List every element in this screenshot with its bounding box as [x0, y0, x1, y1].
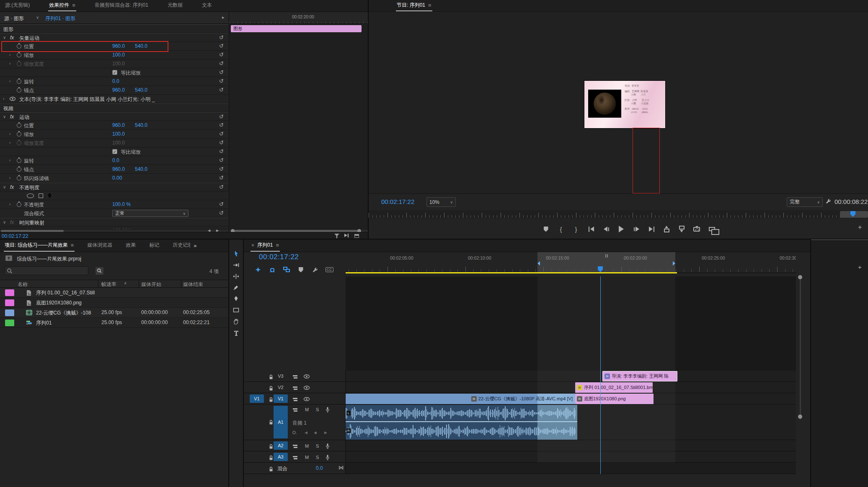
search-input[interactable] — [5, 266, 88, 275]
next-keyframe-icon[interactable]: ▶ — [324, 430, 327, 435]
expand-icon[interactable]: › — [9, 52, 10, 57]
filter-properties-icon[interactable] — [334, 234, 339, 238]
tab-overflow-icon[interactable]: » — [194, 242, 196, 249]
layer-visibility-eye-icon[interactable] — [9, 96, 16, 101]
track-lane-V2[interactable] — [346, 382, 796, 393]
add-marker-button[interactable] — [538, 223, 553, 235]
stopwatch-icon[interactable] — [17, 88, 21, 93]
reset-parameter-icon[interactable]: ↺ — [219, 113, 224, 120]
param-value-x[interactable]: 960.0 — [112, 166, 125, 172]
pen-tool[interactable] — [229, 293, 243, 304]
param-value-x[interactable]: 960.0 — [112, 43, 125, 49]
add-track-plus-icon[interactable]: + — [858, 263, 862, 271]
effect-name[interactable]: 运动 — [19, 114, 29, 121]
rectangle-tool[interactable] — [229, 304, 243, 316]
stopwatch-icon[interactable] — [17, 176, 21, 180]
panel-menu-icon[interactable]: ≡ — [428, 2, 431, 8]
sync-lock-icon[interactable] — [292, 386, 298, 391]
lift-button[interactable] — [659, 223, 674, 235]
collapse-icon[interactable]: ∨ — [3, 185, 6, 189]
uniform-scale-checkbox[interactable]: ✓ — [112, 70, 117, 75]
playhead-line[interactable] — [600, 276, 601, 474]
solo-button[interactable]: S — [316, 443, 319, 448]
sync-lock-icon[interactable] — [292, 407, 298, 412]
timeline-settings-icon[interactable] — [311, 265, 319, 274]
track-lane-V3[interactable] — [346, 371, 796, 382]
reset-parameter-icon[interactable]: ↺ — [219, 139, 224, 146]
column-header-1[interactable]: 帧速率 — [101, 281, 116, 288]
mute-button[interactable]: M — [305, 443, 309, 448]
stopwatch-icon[interactable] — [17, 62, 21, 66]
solo-button[interactable]: S — [316, 455, 319, 460]
collapse-icon[interactable]: ▸ — [222, 15, 225, 20]
tab-text[interactable]: 文本 — [201, 0, 213, 11]
pin-to-clip-icon[interactable] — [354, 234, 359, 238]
sync-lock-icon[interactable] — [292, 374, 298, 379]
reset-parameter-icon[interactable]: ↺ — [219, 148, 224, 155]
stopwatch-icon[interactable] — [17, 79, 21, 84]
sync-lock-icon[interactable] — [292, 455, 298, 460]
mark-out-button[interactable]: } — [568, 223, 584, 235]
param-value-x[interactable]: 100.0 — [112, 131, 125, 137]
program-preview-frame[interactable]: 导演: 李李李编剧: 王网网 陈晨晨 小网 小兰灯光: 小明 王小小 小菌 小花… — [584, 81, 665, 128]
tab-metadata[interactable]: 元数据 — [167, 0, 183, 11]
track-target-A3[interactable]: A3 — [274, 453, 288, 461]
reset-parameter-icon[interactable]: ↺ — [219, 166, 224, 172]
chevron-down-icon[interactable]: ∨ — [36, 15, 39, 20]
column-header-2[interactable]: 媒体开始 — [141, 281, 161, 288]
panel-menu-icon[interactable]: ≡ — [71, 242, 74, 248]
param-value-y[interactable]: 540.0 — [135, 122, 147, 128]
tab-history[interactable]: 历史记录 — [172, 240, 190, 252]
item-name[interactable]: 序列01 — [36, 320, 52, 327]
record-mic-icon[interactable] — [325, 443, 330, 449]
project-file-name[interactable]: 综合练习——片尾效果.prproj — [17, 255, 81, 263]
step-back-button[interactable] — [599, 223, 614, 235]
collapse-icon[interactable]: ∨ — [3, 220, 6, 224]
reset-parameter-icon[interactable]: ↺ — [219, 131, 224, 137]
reset-parameter-icon[interactable]: ↺ — [219, 78, 224, 84]
expand-icon[interactable]: › — [9, 202, 10, 206]
vscroll-handle-top[interactable] — [798, 275, 802, 279]
nest-icon[interactable] — [254, 265, 262, 274]
timeline-ruler[interactable]: 00:02:05:0000:02:10:0000:02:15:0000:02:2… — [346, 252, 796, 273]
reset-parameter-icon[interactable]: ↺ — [219, 43, 224, 49]
panel-menu-icon[interactable]: ≡ — [72, 2, 75, 8]
effect-name[interactable]: 时间重映射 — [19, 219, 44, 227]
collapse-icon[interactable]: ∨ — [3, 35, 6, 40]
settings-wrench-icon[interactable] — [825, 198, 832, 204]
column-header-3[interactable]: 媒体结束 — [183, 281, 203, 288]
param-value-x[interactable]: 0.0 — [112, 78, 119, 84]
step-forward-button[interactable] — [629, 223, 644, 235]
expand-icon[interactable]: › — [9, 175, 10, 180]
master-volume-value[interactable]: 0.0 — [316, 465, 323, 471]
track-target-V1[interactable]: V1 — [274, 394, 288, 403]
track-lane-MIX[interactable] — [346, 463, 796, 474]
sync-lock-icon[interactable] — [292, 444, 298, 449]
out-point-marker[interactable] — [673, 261, 675, 265]
reset-parameter-icon[interactable]: ↺ — [219, 69, 224, 75]
param-value-x[interactable]: 100.0 — [112, 52, 125, 58]
param-value-x[interactable]: 100.0 — [112, 61, 125, 67]
lock-icon[interactable] — [268, 466, 274, 472]
tab-media-browser[interactable]: 媒体浏览器 — [86, 240, 113, 252]
expand-icon[interactable]: › — [9, 131, 10, 136]
tab-program-monitor[interactable]: 节目: 序列01≡ — [396, 0, 432, 11]
keyframe-type-icon[interactable]: O˒ — [292, 430, 297, 435]
program-monitor-viewer[interactable]: 导演: 李李李编剧: 王网网 陈晨晨 小网 小兰灯光: 小明 王小小 小菌 小花… — [369, 12, 868, 193]
track-output-eye-icon[interactable] — [303, 397, 310, 402]
clip-v3-graphic[interactable]: fx导演: 李李李编剧: 王网网 陈 — [602, 371, 677, 381]
effect-controls-timecode[interactable]: 00:02:17:22 — [2, 233, 28, 239]
mini-timeline-hscrollbar[interactable] — [229, 229, 368, 232]
clip-v1-video[interactable]: fx22-云缨CG《擒贼》-1080P 高清-AVC.mp4 [V] — [346, 394, 575, 404]
reset-parameter-icon[interactable]: ↺ — [219, 52, 224, 58]
record-mic-icon[interactable] — [325, 407, 330, 412]
effect-name[interactable]: 矢量运动 — [19, 35, 39, 42]
reset-parameter-icon[interactable]: ↺ — [219, 157, 224, 163]
stopwatch-icon[interactable] — [17, 141, 21, 145]
track-target-V3[interactable]: V3 — [274, 372, 288, 380]
label-color-chip[interactable] — [5, 299, 14, 306]
mute-button[interactable]: M — [305, 407, 309, 412]
label-color-chip[interactable] — [5, 289, 14, 296]
tab-effects[interactable]: 效果 — [125, 240, 137, 252]
tab-source-monitor[interactable]: 源:(无剪辑) — [4, 0, 31, 11]
